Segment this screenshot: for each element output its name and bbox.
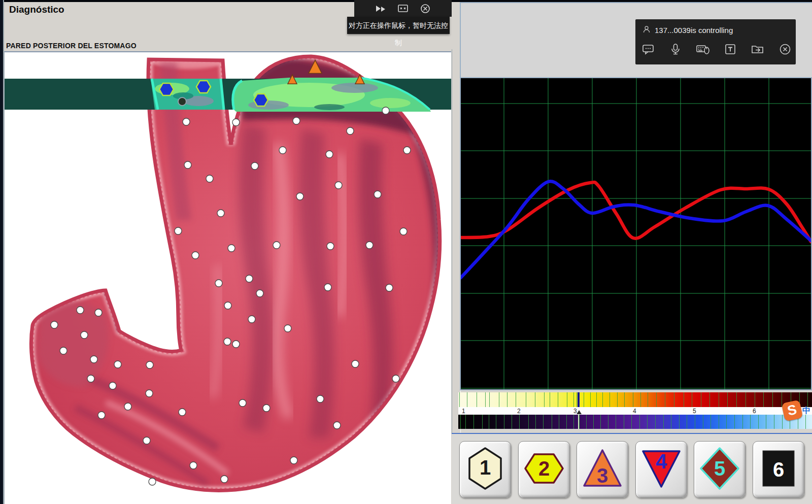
remote-cursor-icon[interactable] (373, 1, 388, 16)
scale-tick (655, 415, 656, 429)
measurement-dot (184, 161, 191, 169)
scale-tick (736, 392, 737, 407)
scale-tick (665, 392, 665, 407)
remote-control-tooltip: 对方正在操作鼠标，暂时无法控制 (347, 17, 450, 34)
chart-grid (461, 78, 811, 389)
circle-marker (178, 97, 186, 106)
evaluation-button-5[interactable]: 5 (694, 441, 746, 498)
microphone-icon[interactable] (668, 42, 683, 57)
measurement-dot (246, 275, 253, 282)
scale-tick (600, 415, 601, 429)
measurement-dot (143, 437, 150, 444)
scale-tick (734, 415, 735, 429)
measurement-dot (263, 405, 270, 412)
evaluation-button-3[interactable]: 3 (577, 441, 628, 498)
input-method-lang-indicator[interactable]: 中 (802, 406, 810, 416)
scan-band (5, 60, 451, 112)
measurement-dot (221, 476, 228, 483)
scale-tick (624, 415, 624, 429)
close-icon[interactable] (418, 1, 433, 16)
measurement-dot (114, 361, 121, 368)
scale-tick (586, 415, 587, 429)
evaluation-buttons-panel: 123456 (452, 433, 812, 504)
close-session-icon[interactable] (777, 42, 793, 57)
scale-tick (535, 415, 536, 429)
scale-tick (526, 392, 526, 407)
evaluation-button-6[interactable]: 6 (753, 441, 804, 498)
measurement-dot (51, 321, 58, 328)
scale-tick (663, 415, 664, 429)
scale-tick (459, 392, 460, 407)
scale-tick (467, 392, 467, 407)
scale-tick (573, 415, 574, 429)
measurement-dot (333, 422, 341, 429)
scale-tick (695, 415, 695, 429)
scale-tick (610, 392, 610, 407)
measurement-dot (98, 412, 105, 419)
scale-tick (766, 415, 766, 429)
measurement-dot (256, 290, 263, 297)
scale-tick (477, 392, 477, 407)
etalon-scale-cool[interactable] (458, 415, 812, 429)
measurement-dot (248, 316, 255, 323)
anatomy-image-panel[interactable] (4, 51, 451, 504)
etalon-scale-warm[interactable] (458, 392, 812, 407)
red-spectrum-curve (461, 182, 811, 242)
measurement-dot (279, 147, 286, 154)
measurement-dot (149, 478, 156, 485)
scale-tick (774, 415, 774, 429)
scale-tick (519, 415, 520, 429)
measurement-dot (224, 302, 231, 309)
measurement-dot (81, 331, 88, 339)
measurement-dot (95, 309, 102, 316)
measurement-dot (60, 347, 67, 354)
scale-tick (719, 415, 719, 429)
measurement-dot (382, 107, 389, 114)
measurement-dot (290, 457, 297, 464)
evaluation-button-1[interactable]: 1 (459, 441, 511, 498)
scale-tick (544, 392, 545, 407)
scale-tick (687, 415, 687, 429)
scale-tick (624, 392, 625, 407)
file-transfer-icon[interactable] (750, 42, 765, 57)
scale-number-1: 1 (462, 408, 465, 415)
scale-tick (726, 415, 727, 429)
scale-tick (566, 415, 567, 429)
measurement-dot (352, 360, 359, 367)
measurement-dot (77, 307, 84, 314)
chart-curves (461, 181, 811, 278)
measurement-dot (335, 182, 342, 189)
measurement-dot (232, 119, 240, 126)
evaluation-button-4[interactable]: 4 (635, 441, 687, 498)
measurement-dot (215, 280, 222, 287)
scale-tick (648, 392, 648, 407)
measurement-dot (183, 118, 190, 125)
measurement-dot (146, 361, 153, 368)
measurement-dot (87, 375, 94, 382)
text-tool-icon[interactable] (723, 42, 738, 57)
evaluation-button-label: 3 (597, 464, 608, 487)
hexagon-v-icon: 1 (463, 445, 507, 494)
scale-tick (543, 415, 544, 429)
scale-tick (674, 392, 674, 407)
measurement-dot (224, 338, 231, 345)
diagnostic-app-window: Diagnóstico PARED POSTERIOR DEL ESTOMAGO (0, 0, 812, 504)
fullscreen-icon[interactable] (395, 1, 411, 16)
keyboard-mouse-icon[interactable] (695, 42, 710, 57)
scale-marker-pointer (577, 410, 582, 414)
person-icon (642, 25, 651, 35)
scale-tick (782, 415, 783, 429)
diagnosis-panel: Diagnóstico PARED POSTERIOR DEL ESTOMAGO (4, 2, 452, 504)
scale-tick (496, 415, 496, 429)
scale-tick (701, 392, 701, 407)
chat-icon[interactable] (640, 42, 656, 57)
evaluation-button-label: 2 (538, 457, 550, 480)
evaluation-button-label: 5 (714, 457, 725, 480)
measurement-dot (124, 403, 131, 410)
triangle-up-icon: 3 (581, 445, 624, 494)
scale-number-5: 5 (693, 408, 696, 415)
evaluation-button-2[interactable]: 2 (518, 441, 570, 498)
hexagon-marker (159, 83, 174, 95)
hexagon-h-icon: 2 (522, 445, 566, 494)
scale-tick (639, 415, 640, 429)
